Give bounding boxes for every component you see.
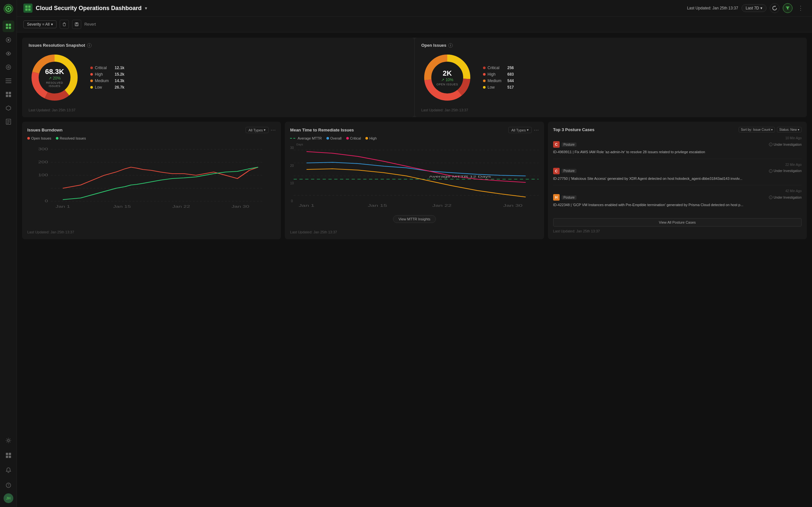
svg-text:Average MTTR 12 Days: Average MTTR 12 Days: [429, 175, 491, 178]
header-left: Cloud Security Operations Dashboard ▾: [23, 4, 147, 13]
open-legend-low: Low 517: [483, 85, 514, 90]
open-issues-donut: 2K ↗ 10% OPEN ISSUES: [421, 52, 473, 104]
posture-last-updated: Last Updated: Jan 25th 13:37: [553, 229, 802, 233]
time-filter-chevron-icon: ▾: [760, 6, 762, 10]
posture-tag-2: Posture: [562, 169, 576, 173]
sidebar-item-config[interactable]: [3, 435, 14, 446]
mttr-legend-critical: Critical: [346, 136, 361, 140]
sidebar-item-settings-circle[interactable]: [3, 61, 14, 73]
time-filter-button[interactable]: Last 7D ▾: [742, 4, 766, 12]
resolved-issues-label: RESOLVED ISSUES: [42, 81, 67, 88]
last-updated-time: Jan 25th 13:37: [712, 6, 738, 10]
sidebar-item-alert[interactable]: [3, 34, 14, 46]
open-issues-card: Open Issues i: [415, 38, 807, 117]
svg-rect-18: [9, 95, 11, 97]
burndown-legend: Open Issues Resolved Issues: [27, 136, 276, 140]
investigation-badge-1: i Under Investigation: [769, 143, 802, 147]
posture-sort-button[interactable]: Sort by: Issue Count ▾: [739, 127, 775, 132]
severity-badge-3: H: [553, 194, 560, 201]
mttr-legend-high: High: [365, 136, 377, 140]
posture-tag-3: Posture: [562, 195, 576, 200]
severity-filter-label: Severity = All: [27, 22, 50, 26]
open-issues-legend: Critical 256 High 683 Medium 544: [483, 66, 514, 90]
legend-item-critical: Critical 12.1k: [90, 66, 124, 70]
sidebar-item-dashboard[interactable]: [3, 20, 14, 32]
delete-filter-button[interactable]: [60, 20, 69, 29]
severity-filter-badge[interactable]: Severity = All ▾: [23, 20, 56, 28]
refresh-button[interactable]: [770, 3, 779, 13]
svg-rect-4: [9, 24, 11, 26]
last-updated-label: Last Updated: Jan 25th 13:37: [687, 6, 738, 10]
severity-badge-2: C: [553, 168, 560, 174]
mttr-title: Mean Time to Remediate Issues: [290, 127, 354, 132]
header: Cloud Security Operations Dashboard ▾ La…: [17, 0, 812, 16]
burndown-filter[interactable]: All Types ▾: [246, 127, 269, 133]
mttr-more-button[interactable]: ⋯: [534, 127, 539, 133]
page-title: Cloud Security Operations Dashboard: [36, 5, 142, 12]
svg-rect-14: [5, 82, 11, 83]
sidebar-item-visibility[interactable]: [3, 48, 14, 59]
save-filter-button[interactable]: [72, 20, 81, 29]
svg-text:Jan 15: Jan 15: [113, 205, 131, 208]
sidebar-item-grid[interactable]: [3, 89, 14, 100]
legend-item-high: High 15.2k: [90, 72, 124, 76]
user-avatar[interactable]: JH: [4, 493, 13, 503]
resolved-issues-card: Issues Resolution Snapshot i: [22, 38, 414, 117]
open-issues-info-icon[interactable]: i: [448, 43, 453, 48]
svg-rect-35: [76, 23, 78, 24]
svg-point-10: [6, 65, 11, 69]
svg-text:Jan 1: Jan 1: [56, 205, 70, 208]
posture-item: 22 Min Ago C Posture i Under Investigati…: [553, 163, 802, 186]
title-dropdown-icon[interactable]: ▾: [145, 5, 147, 11]
burndown-more-button[interactable]: ⋯: [270, 127, 276, 133]
svg-text:300: 300: [38, 147, 48, 151]
svg-point-23: [7, 440, 9, 441]
sidebar-item-reports[interactable]: [3, 116, 14, 127]
svg-rect-16: [9, 92, 11, 94]
posture-text-3: ID-422348 | 'GCP VM Instances enabled wi…: [553, 202, 802, 208]
resolved-issues-info-icon[interactable]: i: [87, 43, 92, 48]
burndown-legend-open: Open Issues: [27, 136, 51, 140]
posture-text-2: ID-27750 | 'Malicious Site Access' gener…: [553, 176, 802, 181]
severity-chevron-icon: ▾: [51, 22, 53, 26]
svg-rect-24: [6, 453, 8, 455]
svg-text:i: i: [770, 196, 771, 199]
more-options-button[interactable]: ⋮: [796, 3, 806, 13]
view-insights-button[interactable]: View MTTR Insights: [393, 215, 436, 223]
severity-badge-1: C: [553, 141, 560, 148]
posture-controls: Sort by: Issue Count ▾ Status: New ▾: [739, 127, 802, 132]
mttr-filter[interactable]: All Types ▾: [508, 127, 531, 133]
svg-rect-20: [7, 120, 10, 121]
posture-time-1: 10 Min Ago: [785, 136, 802, 140]
posture-item: 42 Min Ago H Posture i Under Investigati…: [553, 189, 802, 212]
sidebar-item-integrations[interactable]: [3, 102, 14, 114]
svg-text:i: i: [770, 170, 771, 172]
sidebar-item-list[interactable]: [3, 75, 14, 87]
svg-text:200: 200: [38, 160, 48, 164]
view-all-posture-button[interactable]: View All Posture Cases: [553, 218, 802, 227]
header-dashboard-icon: [23, 4, 33, 13]
svg-text:100: 100: [38, 173, 48, 177]
svg-rect-22: [7, 123, 9, 124]
mttr-card: Mean Time to Remediate Issues All Types …: [285, 122, 544, 239]
resolved-issues-legend: Critical 12.1k High 15.2k Medium 14.3k: [90, 66, 124, 90]
svg-rect-25: [9, 453, 11, 455]
resolved-issues-trend: ↗ 20%: [42, 76, 67, 80]
posture-time-3: 42 Min Ago: [785, 189, 802, 193]
filter-button[interactable]: [783, 3, 793, 13]
sidebar: ? JH: [0, 0, 17, 507]
sidebar-item-apps[interactable]: [3, 450, 14, 461]
logo: [4, 4, 13, 14]
sidebar-item-help[interactable]: ?: [3, 480, 14, 491]
posture-status-button[interactable]: Status: New ▾: [777, 127, 802, 132]
filter-bar: Severity = All ▾ Revert: [17, 16, 812, 33]
svg-rect-21: [7, 122, 10, 122]
svg-text:?: ?: [7, 484, 9, 487]
open-legend-high: High 683: [483, 72, 514, 76]
sidebar-item-notifications[interactable]: [3, 464, 14, 476]
svg-rect-30: [26, 5, 28, 8]
svg-text:0: 0: [45, 199, 48, 203]
svg-rect-15: [6, 92, 8, 94]
revert-button[interactable]: Revert: [85, 22, 96, 26]
investigation-badge-2: i Under Investigation: [769, 169, 802, 173]
